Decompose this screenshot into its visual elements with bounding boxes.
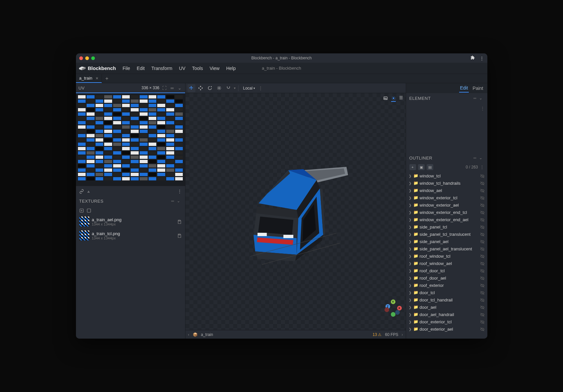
tree-row[interactable]: ❯📁door_exterior_ael — [406, 325, 487, 333]
link-icon[interactable] — [79, 188, 84, 194]
move-tool[interactable] — [187, 84, 195, 92]
tree-row[interactable]: ❯📁window_tcl — [406, 172, 487, 179]
edit-mode-tab[interactable]: Edit — [459, 84, 468, 93]
visibility-icon[interactable] — [480, 268, 485, 273]
create-texture-icon[interactable] — [79, 208, 84, 213]
tool-options-chevron[interactable]: ▾ — [234, 86, 236, 90]
app-logo[interactable]: Blockbench — [79, 65, 116, 71]
kebab-menu-icon[interactable]: ⋮ — [480, 56, 484, 61]
chevron-right-icon[interactable]: ❯ — [409, 298, 412, 302]
chevron-right-icon[interactable]: ❯ — [409, 218, 412, 222]
tree-row[interactable]: ❯📁roof_window_tcl — [406, 252, 487, 260]
reference-image-icon[interactable] — [383, 95, 388, 102]
outliner-tree[interactable]: ❯📁window_tcl❯📁window_tcl_handrails❯📁wind… — [406, 171, 487, 339]
chevron-right-icon[interactable]: ❯ — [409, 276, 412, 280]
chevron-right-icon[interactable]: ❯ — [409, 196, 412, 200]
visibility-icon[interactable] — [480, 290, 485, 295]
element-menu-icon[interactable]: ═ — [472, 96, 478, 100]
breadcrumb-forward[interactable]: › — [402, 332, 403, 337]
axis-gizmo[interactable]: Y Z X — [385, 299, 402, 317]
tree-row[interactable]: ❯📁window_tcl_handrails — [406, 179, 487, 187]
chevron-right-icon[interactable]: ❯ — [409, 211, 412, 214]
tree-row[interactable]: ❯📁roof_door_ael — [406, 274, 487, 282]
textures-chevron-down-icon[interactable]: ⌄ — [176, 199, 182, 203]
visibility-icon[interactable] — [480, 326, 485, 332]
visibility-icon[interactable] — [480, 231, 485, 237]
menu-transform[interactable]: Transform — [149, 64, 175, 72]
add-cube-button[interactable]: + — [409, 164, 416, 170]
rotate-tool[interactable] — [206, 84, 214, 92]
chevron-right-icon[interactable]: ❯ — [409, 189, 412, 192]
visibility-icon[interactable] — [480, 202, 485, 208]
3d-viewport[interactable]: ☰ — [185, 93, 406, 330]
tree-row[interactable]: ❯📁door_ael — [406, 303, 487, 311]
uv-more-icon[interactable]: ⋮ — [177, 189, 182, 194]
uv-texture-atlas[interactable] — [76, 93, 185, 186]
chevron-right-icon[interactable]: ❯ — [409, 225, 412, 229]
tab-a-train[interactable]: a_train × — [76, 74, 102, 83]
paint-mode-tab[interactable]: Paint — [472, 84, 484, 92]
texture-item[interactable]: a_train_tcl.png1344 x 1344px — [76, 229, 185, 242]
chevron-right-icon[interactable]: ❯ — [409, 174, 412, 178]
chevron-right-icon[interactable]: ❯ — [409, 327, 412, 331]
maximize-window-button[interactable] — [91, 56, 95, 60]
visibility-icon[interactable] — [480, 180, 485, 186]
menu-file[interactable]: File — [120, 64, 133, 72]
resize-tool[interactable] — [197, 84, 205, 92]
warnings-indicator[interactable]: 13 ⚠ — [373, 332, 382, 337]
save-texture-icon[interactable] — [177, 233, 182, 238]
vertex-snap-tool[interactable] — [225, 84, 233, 92]
tree-row[interactable]: ❯📁side_panel_ael — [406, 238, 487, 245]
tree-row[interactable]: ❯📁window_ael — [406, 187, 487, 194]
chevron-right-icon[interactable]: ❯ — [409, 203, 412, 207]
tree-row[interactable]: ❯📁window_exterior_end_tcl — [406, 209, 487, 216]
element-more-icon[interactable]: ⋮ — [480, 106, 485, 111]
chevron-right-icon[interactable]: ❯ — [409, 291, 412, 294]
chevron-right-icon[interactable]: ❯ — [409, 262, 412, 265]
outliner-chevron-down-icon[interactable]: ⌄ — [478, 156, 484, 160]
save-texture-icon[interactable] — [177, 219, 182, 224]
visibility-icon[interactable] — [480, 297, 485, 302]
chevron-right-icon[interactable]: ❯ — [409, 313, 412, 316]
close-tab-icon[interactable]: × — [96, 76, 98, 81]
tree-row[interactable]: ❯📁door_tcl_handrail — [406, 296, 487, 303]
viewport-menu-icon[interactable]: ☰ — [399, 95, 403, 102]
chevron-right-icon[interactable]: ❯ — [409, 247, 412, 251]
tree-row[interactable]: ❯📁door_tcl — [406, 289, 487, 296]
outliner-more-icon[interactable]: ⋮ — [480, 165, 484, 169]
outliner-menu-icon[interactable]: ═ — [472, 156, 478, 160]
visibility-icon[interactable] — [480, 319, 485, 324]
visibility-icon[interactable] — [480, 253, 485, 259]
new-tab-button[interactable]: + — [102, 74, 111, 83]
tree-row[interactable]: ❯📁door_exterior_tcl — [406, 318, 487, 325]
chevron-right-icon[interactable]: ❯ — [409, 181, 412, 185]
visibility-icon[interactable] — [480, 275, 485, 281]
visibility-icon[interactable] — [480, 312, 485, 317]
chevron-right-icon[interactable]: ❯ — [409, 240, 412, 243]
extension-icon[interactable] — [470, 55, 475, 61]
toggle-more-button[interactable]: ▤ — [427, 164, 433, 170]
menu-help[interactable]: Help — [224, 64, 239, 72]
menu-uv[interactable]: UV — [176, 64, 188, 72]
tree-row[interactable]: ❯📁side_panel_tcl_translucent — [406, 230, 487, 238]
chevron-right-icon[interactable]: ❯ — [409, 254, 412, 258]
tree-row[interactable]: ❯📁side_panel_tcl — [406, 223, 487, 230]
visibility-icon[interactable] — [480, 283, 485, 288]
breadcrumb[interactable]: a_train — [201, 332, 213, 337]
visibility-icon[interactable] — [480, 246, 485, 251]
chevron-right-icon[interactable]: ❯ — [409, 269, 412, 273]
tree-row[interactable]: ❯📁roof_window_ael — [406, 260, 487, 267]
menu-tools[interactable]: Tools — [189, 64, 206, 72]
tree-row[interactable]: ❯📁window_exterior_end_ael — [406, 216, 487, 223]
chevron-right-icon[interactable]: ❯ — [409, 320, 412, 324]
chevron-right-icon[interactable]: ❯ — [409, 284, 412, 287]
tree-row[interactable]: ❯📁side_panel_ael_translucent — [406, 245, 487, 252]
pivot-tool[interactable] — [215, 84, 223, 92]
visibility-icon[interactable] — [480, 304, 485, 310]
uv-chevron-down-icon[interactable]: ⌄ — [177, 86, 182, 91]
menu-edit[interactable]: Edit — [134, 64, 147, 72]
tree-row[interactable]: ❯📁window_exterior_ael — [406, 201, 487, 209]
tree-row[interactable]: ❯📁roof_door_tcl — [406, 267, 487, 274]
uv-menu-icon[interactable]: ═ — [170, 86, 175, 91]
tree-row[interactable]: ❯📁window_exterior_tcl — [406, 194, 487, 201]
